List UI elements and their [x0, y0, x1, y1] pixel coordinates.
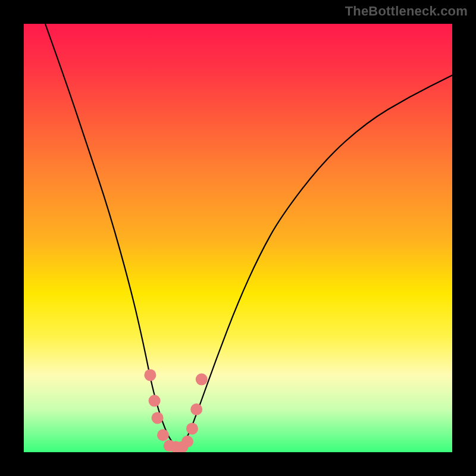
chart-frame: TheBottleneck.com — [0, 0, 476, 476]
curve-layer — [24, 24, 452, 452]
highlight-marker — [181, 436, 193, 447]
highlight-marker — [190, 403, 202, 415]
highlight-marker — [144, 369, 156, 381]
highlight-marker — [152, 412, 164, 424]
highlight-marker — [196, 374, 208, 386]
marker-group — [144, 369, 207, 452]
highlight-marker — [157, 429, 169, 441]
bottleneck-curve — [45, 24, 452, 446]
highlight-marker — [149, 395, 161, 407]
plot-area — [24, 24, 452, 452]
highlight-marker — [186, 422, 198, 434]
watermark-text: TheBottleneck.com — [345, 4, 468, 19]
